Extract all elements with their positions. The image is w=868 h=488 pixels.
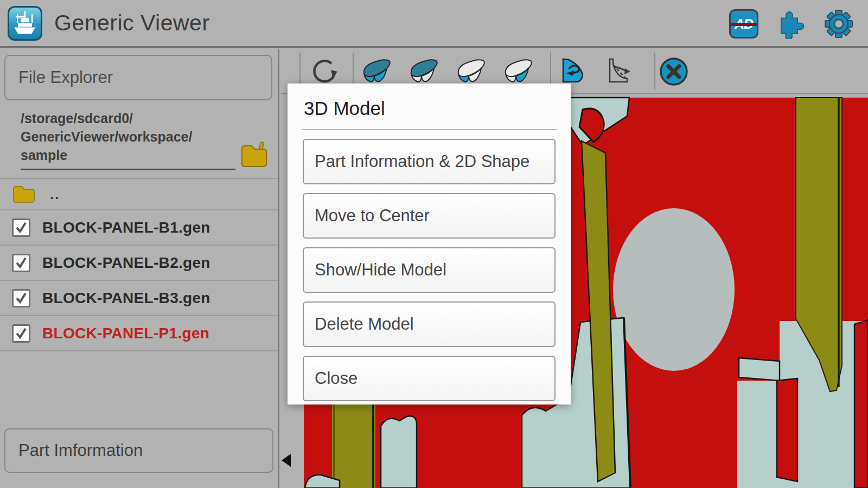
ship-glyph — [11, 9, 39, 37]
hull-front-right-icon[interactable] — [503, 59, 534, 85]
toolbar-separator — [654, 53, 655, 90]
current-path-field[interactable]: /storage/sdcard0/ GenericViewer/workspac… — [21, 109, 235, 170]
parent-directory-item[interactable]: .. — [0, 179, 278, 209]
file-row[interactable]: BLOCK-PANEL-B2.gen — [0, 245, 278, 280]
close-viewer-icon[interactable] — [659, 56, 689, 87]
file-name: BLOCK-PANEL-B2.gen — [42, 254, 210, 272]
section-curve-filled-icon[interactable] — [559, 57, 588, 86]
panel-notch — [739, 358, 780, 381]
file-list: BLOCK-PANEL-B1.gen BLOCK-PANEL-B2.gen BL… — [0, 210, 278, 351]
red-panel-lower-right — [777, 378, 797, 481]
app-icon-ship — [8, 6, 42, 41]
rotate-view-icon[interactable] — [309, 56, 340, 87]
path-line-3: sample — [21, 146, 235, 164]
file-explorer-header: File Explorer — [4, 55, 272, 100]
file-checkbox-checked[interactable] — [12, 324, 30, 343]
red-panel-far-right — [854, 320, 868, 488]
plugin-puzzle-icon[interactable] — [776, 9, 806, 39]
file-row-selected[interactable]: BLOCK-PANEL-P1.gen — [0, 315, 278, 350]
move-to-center-button[interactable]: Move to Center — [303, 193, 556, 239]
hull-top-shaded-icon[interactable] — [409, 59, 440, 85]
file-name: BLOCK-PANEL-B1.gen — [42, 219, 210, 236]
titlebar-actions: AD — [729, 0, 854, 48]
sidebar-file-explorer: File Explorer /storage/sdcard0/ GenericV… — [0, 49, 279, 488]
dialog-button-list: Part Information & 2D Shape Move to Cent… — [288, 130, 571, 401]
path-line-1: /storage/sdcard0/ — [21, 109, 235, 127]
parent-directory-label: .. — [50, 186, 60, 203]
dialog-title: 3D Model — [288, 84, 571, 129]
part-information-header[interactable]: Part Imformation — [4, 428, 273, 473]
file-row[interactable]: BLOCK-PANEL-B3.gen — [0, 280, 278, 315]
section-curve-outline-icon[interactable] — [605, 57, 635, 86]
file-name: BLOCK-PANEL-B3.gen — [42, 290, 210, 307]
folder-edit-icon[interactable] — [240, 141, 268, 169]
path-line-2: GenericViewer/workspace/ — [21, 127, 235, 146]
3d-model-dialog: 3D Model Part Information & 2D Shape Mov… — [288, 84, 571, 404]
file-checkbox-checked[interactable] — [12, 289, 30, 307]
app-title: Generic Viewer — [54, 10, 210, 36]
file-row[interactable]: BLOCK-PANEL-B1.gen — [0, 210, 278, 245]
hull-shaded-icon[interactable] — [361, 59, 393, 85]
ad-blocker-icon[interactable]: AD — [729, 9, 758, 38]
file-checkbox-checked[interactable] — [12, 254, 30, 272]
delete-model-button[interactable]: Delete Model — [303, 301, 556, 347]
file-explorer-title: File Explorer — [18, 68, 113, 87]
panel-hole — [613, 208, 735, 371]
settings-gear-icon[interactable] — [824, 9, 854, 39]
folder-icon — [12, 184, 36, 204]
title-bar: Generic Viewer AD — [0, 0, 868, 48]
sidebar-collapse-handle[interactable] — [282, 454, 291, 467]
file-checkbox-checked[interactable] — [12, 219, 30, 237]
current-path-row: /storage/sdcard0/ GenericViewer/workspac… — [21, 109, 268, 170]
part-information-2d-shape-button[interactable]: Part Information & 2D Shape — [303, 139, 556, 184]
deck-cutout-left — [381, 416, 417, 488]
hull-front-left-icon[interactable] — [456, 59, 487, 85]
close-dialog-button[interactable]: Close — [303, 356, 556, 401]
app-screen: Generic Viewer AD — [0, 0, 868, 488]
file-name-highlighted: BLOCK-PANEL-P1.gen — [42, 325, 209, 342]
ad-strike-line — [729, 23, 758, 26]
show-hide-model-button[interactable]: Show/Hide Model — [303, 247, 556, 293]
part-information-title: Part Imformation — [18, 441, 143, 460]
